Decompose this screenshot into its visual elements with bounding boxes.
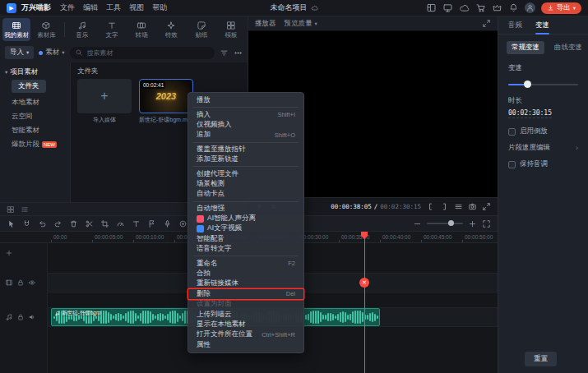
undock-preview-icon[interactable] [482,19,491,28]
speed-mode-tab[interactable]: 常规变速 [507,41,544,54]
context-menu-item[interactable]: 插入Shift+I [188,109,303,119]
context-menu-item[interactable]: 属性 [188,340,303,350]
list-view-icon[interactable] [21,205,29,214]
crop-icon[interactable] [100,219,109,228]
speed-mode-tab[interactable]: 曲线变速 [549,41,587,54]
speed-option[interactable]: 片段速度编辑› [498,140,588,156]
screen-icon[interactable] [442,2,453,13]
trash-icon[interactable] [69,219,78,228]
context-menu-item[interactable]: 重新链接媒体 [188,279,303,288]
film-icon[interactable] [5,279,13,287]
nav-tab[interactable]: 贴纸 [188,18,215,41]
context-menu-item[interactable]: 自动增强 [188,204,303,214]
music-icon[interactable] [5,313,13,321]
reset-button[interactable]: 重置 [525,352,557,366]
context-menu-item[interactable]: 仅视频插入 [188,120,303,130]
zoom-slider[interactable] [427,223,463,224]
speed-option[interactable]: 启用倒放 [498,123,588,140]
menu-icon[interactable] [454,202,463,211]
context-menu-item[interactable]: 智能配音 [188,234,303,244]
import-media-tile[interactable]: + [77,79,132,113]
grid-view-icon[interactable] [7,205,15,214]
add-track-button[interactable] [5,249,13,257]
cart-icon[interactable] [475,2,486,13]
crown-icon[interactable] [492,2,502,13]
bell-icon[interactable] [508,2,519,13]
slider-handle[interactable] [524,81,531,88]
context-menu-item[interactable]: 创建代理文件 [188,168,303,178]
filter-icon[interactable] [220,48,229,58]
sidebar-item[interactable]: 爆款片段NEW [0,137,70,151]
mic-icon[interactable] [163,219,172,228]
nav-tab[interactable]: 特效 [157,18,185,41]
camera-icon[interactable] [468,202,477,211]
zoom-out-icon[interactable] [413,219,422,228]
search-box[interactable] [70,47,215,59]
export-button[interactable]: 导出 ▾ [541,2,581,14]
context-menu-item[interactable]: 上传到喵云 [188,309,303,319]
redo-icon[interactable] [53,219,63,228]
menubar-item[interactable]: 工具 [102,2,125,13]
context-menu-item[interactable]: AI文字视频 [188,223,303,233]
checkbox[interactable] [508,128,516,136]
nav-tab[interactable]: 我的素材 [2,18,30,41]
context-menu-item[interactable]: 打开文件所在位置Ctrl+Shift+R [188,329,303,339]
mark-in-icon[interactable] [426,202,435,211]
avatar[interactable] [525,2,535,13]
nav-tab[interactable]: 模板 [217,18,245,41]
speed-icon[interactable] [116,219,125,228]
media-item[interactable]: 202300:02:41新世纪-舒缓bgm.mp4 [139,79,193,124]
sidebar-item[interactable]: 智能素材 [0,123,70,137]
speed-option[interactable]: 保持音调 [498,156,588,173]
context-menu-item[interactable]: 显示在本地素材 [188,320,303,329]
text-icon[interactable] [132,219,141,228]
menubar-item[interactable]: 视图 [125,2,148,13]
eye-icon[interactable] [28,279,36,287]
cloud-icon[interactable] [459,2,470,13]
undo-icon[interactable] [38,219,47,228]
context-menu-item[interactable]: 播放 [188,95,303,105]
source-filter-dropdown[interactable]: 素材 ▾ [39,48,64,58]
context-menu-item[interactable]: 添加至新轨道 [188,154,303,164]
lock-icon[interactable] [16,279,25,287]
nav-tab[interactable]: 音乐 [68,18,96,41]
import-button[interactable]: 导入 ▾ [5,46,34,59]
zoom-slider-handle[interactable] [448,220,454,226]
context-menu-item[interactable]: 追加Shift+O [188,130,303,140]
pointer-icon[interactable] [7,219,16,228]
context-menu-item[interactable]: 自动卡点 [188,189,303,199]
preview-quality-dropdown[interactable]: 预览质量 ▾ [285,19,317,29]
menubar-item[interactable]: 编辑 [79,2,102,13]
media-thumbnail[interactable]: 202300:02:41 [139,79,193,113]
speed-slider[interactable] [508,81,578,89]
expand-icon[interactable] [482,202,491,211]
more-icon[interactable] [234,48,243,58]
sidebar-subitem[interactable]: 文件夹 [12,80,46,93]
sidebar-item[interactable]: ▾项目素材 [0,65,70,79]
record-icon[interactable] [178,219,188,228]
properties-tab[interactable]: 音频 [508,21,522,30]
properties-tab[interactable]: 变速 [535,21,549,30]
context-menu-item[interactable]: 删除Del [188,289,303,299]
nav-tab[interactable]: 转场 [127,18,155,41]
duration-value[interactable]: 00:02:30:15 [508,109,552,118]
speaker-icon[interactable] [28,313,36,321]
nav-tab[interactable]: 素材库 [32,18,60,41]
marker-icon[interactable] [147,219,156,228]
context-menu-item[interactable]: 语音转文字 [188,244,303,254]
sidebar-item[interactable]: 云空间 [0,109,70,123]
playhead-marker[interactable]: ✕ [359,278,369,288]
search-input[interactable] [86,48,210,58]
lock-icon[interactable] [16,313,25,321]
fit-timeline-icon[interactable] [482,219,491,228]
zoom-in-icon[interactable] [468,219,477,228]
menubar-item[interactable]: 文件 [56,2,79,13]
menubar-item[interactable]: 帮助 [148,2,171,13]
context-menu-item[interactable]: AI智能人声分离 [188,214,303,223]
playhead[interactable]: ✕ [364,232,365,373]
context-menu-item[interactable]: 合拍 [188,269,303,279]
nav-tab[interactable]: 文字 [98,18,126,41]
checkbox[interactable] [508,161,516,168]
sidebar-item[interactable]: 本地素材 [0,95,70,109]
context-menu-item[interactable]: 场景检测 [188,179,303,189]
